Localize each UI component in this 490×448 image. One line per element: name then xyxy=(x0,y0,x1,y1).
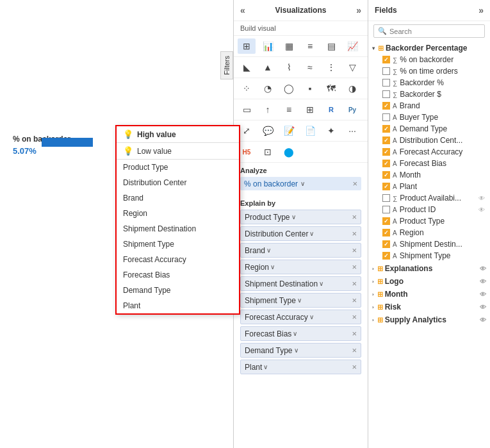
cb-brand[interactable] xyxy=(382,102,390,110)
cb-region[interactable] xyxy=(382,229,390,236)
filters-tab[interactable]: Filters xyxy=(220,51,233,79)
cb-shipment-type[interactable] xyxy=(382,252,390,260)
dropdown-high-value[interactable]: 💡 High value xyxy=(117,126,239,143)
cb-forecast-bias[interactable] xyxy=(382,160,390,167)
explain-chip-forecast-acc[interactable]: Forecast Accuracy ∨ × xyxy=(240,310,361,324)
dropdown-item-dist-center[interactable]: Distribution Center xyxy=(117,175,239,190)
cb-shipment-destin[interactable] xyxy=(382,240,390,248)
field-buyer-type[interactable]: A Buyer Type xyxy=(368,112,490,123)
viz-icon-custom2[interactable]: ⬤ xyxy=(280,144,298,160)
field-month[interactable]: A Month xyxy=(368,169,490,181)
viz-icon-py[interactable]: Py xyxy=(343,102,361,117)
viz-icon-kpi[interactable]: ↑ xyxy=(259,102,277,117)
viz-icon-pie[interactable]: ◔ xyxy=(259,81,277,96)
field-backorder-dollar[interactable]: ∑ Backorder $ xyxy=(368,88,490,100)
dropdown-item-forecast-acc[interactable]: Forecast Accuracy xyxy=(117,252,239,267)
cb-forecast-acc[interactable] xyxy=(382,148,390,156)
explain-close-5[interactable]: × xyxy=(352,279,357,288)
explain-close-3[interactable]: × xyxy=(352,245,357,255)
field-forecast-acc[interactable]: A Forecast Accuracy xyxy=(368,146,490,158)
collapse-viz-icon[interactable]: « xyxy=(240,5,245,15)
dropdown-item-demand-type[interactable]: Demand Type xyxy=(117,283,239,298)
cb-product-id[interactable] xyxy=(382,206,390,213)
dropdown-item-product-type[interactable]: Product Type xyxy=(117,160,239,175)
field-pct-time-orders[interactable]: ∑ % on time orders xyxy=(368,65,490,77)
cb-pct-time-orders[interactable] xyxy=(382,67,390,75)
analyze-chip[interactable]: % on backorder ∨ × xyxy=(240,177,361,190)
explain-close-1[interactable]: × xyxy=(352,212,357,222)
viz-icon-donut[interactable]: ◯ xyxy=(280,81,298,96)
viz-icon-area[interactable]: ◣ xyxy=(238,60,256,75)
explain-close-4[interactable]: × xyxy=(352,262,357,272)
field-dist-center[interactable]: A Distribution Cent... xyxy=(368,135,490,146)
explain-chip-region[interactable]: Region ∨ × xyxy=(240,260,361,274)
cb-pct-backorder[interactable] xyxy=(382,56,390,63)
viz-icon-map[interactable]: 🗺 xyxy=(322,81,340,96)
explain-chip-brand[interactable]: Brand ∨ × xyxy=(240,243,361,258)
dropdown-item-plant[interactable]: Plant xyxy=(117,298,239,313)
field-product-id[interactable]: A Product ID 👁 xyxy=(368,204,490,215)
group-header-month[interactable]: › ⊞ Month 👁 xyxy=(368,288,490,300)
viz-icon-line[interactable]: 📈 xyxy=(343,38,361,54)
field-demand-type[interactable]: A Demand Type xyxy=(368,123,490,135)
explain-close-9[interactable]: × xyxy=(352,345,357,355)
viz-icon-gauge[interactable]: ◑ xyxy=(343,81,361,96)
group-header-logo[interactable]: › ⊞ Logo 👁 xyxy=(368,276,490,287)
field-region[interactable]: A Region xyxy=(368,227,490,238)
viz-icon-line-col[interactable]: ⌇ xyxy=(280,60,298,75)
viz-icon-stacked-bar[interactable]: ▦ xyxy=(280,38,298,54)
cb-product-type[interactable] xyxy=(382,217,390,225)
viz-icon-card[interactable]: ▭ xyxy=(238,102,256,117)
field-plant[interactable]: A Plant xyxy=(368,181,490,192)
explain-close-7[interactable]: × xyxy=(352,312,357,322)
viz-icon-decomp[interactable]: ⤢ xyxy=(238,123,256,138)
field-shipment-type[interactable]: A Shipment Type xyxy=(368,250,490,261)
viz-icon-100pct-bar[interactable]: ▤ xyxy=(322,38,340,54)
viz-icon-ribbon[interactable]: ≈ xyxy=(301,60,319,75)
cb-dist-center[interactable] xyxy=(382,137,390,144)
viz-icon-treemap[interactable]: ▪ xyxy=(301,81,319,96)
dropdown-item-forecast-bias[interactable]: Forecast Bias xyxy=(117,267,239,283)
dropdown-item-region[interactable]: Region xyxy=(117,206,239,221)
field-brand[interactable]: A Brand xyxy=(368,100,490,112)
viz-icon-waterfall[interactable]: ⋮ xyxy=(322,60,340,75)
analyze-close[interactable]: × xyxy=(352,179,357,188)
viz-icon-r[interactable]: R xyxy=(322,102,340,117)
explain-close-10[interactable]: × xyxy=(352,362,357,372)
viz-icon-table[interactable]: ⊞ xyxy=(238,38,256,54)
field-pct-backorder[interactable]: ∑ % on backorder xyxy=(368,54,490,65)
explain-chip-shipment-type[interactable]: Shipment Type ∨ × xyxy=(240,293,361,308)
dropdown-item-brand[interactable]: Brand xyxy=(117,190,239,206)
explain-close-2[interactable]: × xyxy=(352,229,357,238)
cb-product-avail[interactable] xyxy=(382,194,390,202)
field-product-avail[interactable]: ∑ Product Availabi... 👁 xyxy=(368,192,490,204)
viz-icon-paginated[interactable]: 📄 xyxy=(301,123,319,138)
field-shipment-destin[interactable]: A Shipment Destin... xyxy=(368,238,490,250)
explain-chip-demand-type[interactable]: Demand Type ∨ × xyxy=(240,343,361,358)
cb-buyer-type[interactable] xyxy=(382,113,390,121)
cb-backorder-pct[interactable] xyxy=(382,79,390,87)
expand-fields-icon[interactable]: » xyxy=(478,5,484,15)
viz-icon-html[interactable]: H5 xyxy=(238,144,256,160)
dropdown-item-shipment-dest[interactable]: Shipment Destination xyxy=(117,221,239,236)
explain-chip-forecast-bias[interactable]: Forecast Bias ∨ × xyxy=(240,326,361,341)
explain-close-8[interactable]: × xyxy=(352,329,357,338)
group-header-supply[interactable]: › ⊞ Supply Analytics 👁 xyxy=(368,314,490,326)
group-header-risk[interactable]: › ⊞ Risk 👁 xyxy=(368,301,490,313)
group-header-backorder[interactable]: ▾ ⊞ Backorder Percentage xyxy=(368,42,490,54)
viz-icon-matrix[interactable]: ⊞ xyxy=(301,102,319,117)
cb-plant[interactable] xyxy=(382,183,390,190)
viz-icon-custom1[interactable]: ⊡ xyxy=(259,144,277,160)
explain-chip-product-type[interactable]: Product Type ∨ × xyxy=(240,210,361,224)
field-product-type[interactable]: A Product Type xyxy=(368,215,490,227)
expand-viz-icon[interactable]: » xyxy=(356,5,361,15)
dropdown-item-shipment-type[interactable]: Shipment Type xyxy=(117,236,239,252)
dropdown-low-value[interactable]: 💡 Low value xyxy=(117,143,239,160)
cb-demand-type[interactable] xyxy=(382,125,390,133)
group-header-explanations[interactable]: › ⊞ Explanations 👁 xyxy=(368,263,490,274)
explain-chip-dist-center[interactable]: Distribution Center ∨ × xyxy=(240,226,361,241)
viz-icon-bar[interactable]: 📊 xyxy=(259,38,277,54)
search-input[interactable] xyxy=(389,28,480,35)
viz-icon-narrative[interactable]: 📝 xyxy=(280,123,298,138)
viz-icon-slicer[interactable]: ≡ xyxy=(280,102,298,117)
